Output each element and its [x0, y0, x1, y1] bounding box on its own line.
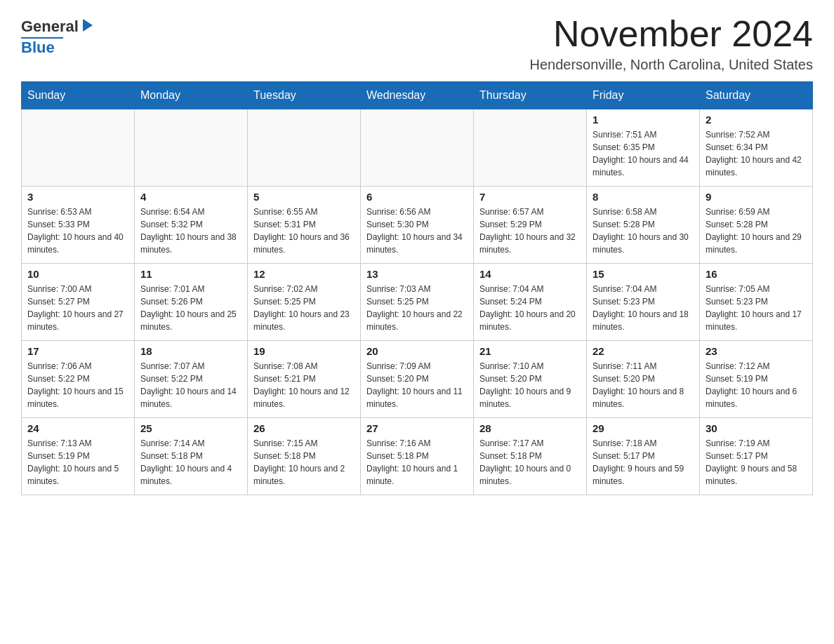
day-info: Sunrise: 7:14 AM Sunset: 5:18 PM Dayligh… [140, 437, 241, 488]
calendar-cell: 23Sunrise: 7:12 AM Sunset: 5:19 PM Dayli… [700, 341, 813, 418]
day-number: 8 [593, 191, 694, 203]
day-info: Sunrise: 7:04 AM Sunset: 5:24 PM Dayligh… [479, 283, 581, 333]
calendar-cell: 26Sunrise: 7:15 AM Sunset: 5:18 PM Dayli… [248, 418, 361, 495]
day-info: Sunrise: 7:04 AM Sunset: 5:23 PM Dayligh… [593, 283, 694, 333]
week-row-2: 3Sunrise: 6:53 AM Sunset: 5:33 PM Daylig… [22, 187, 813, 264]
day-info: Sunrise: 7:00 AM Sunset: 5:27 PM Dayligh… [27, 283, 128, 333]
calendar-cell: 20Sunrise: 7:09 AM Sunset: 5:20 PM Dayli… [361, 341, 474, 418]
day-info: Sunrise: 7:18 AM Sunset: 5:17 PM Dayligh… [593, 437, 694, 488]
day-number: 7 [479, 191, 581, 203]
day-number: 6 [366, 191, 468, 203]
logo-blue: Blue [21, 39, 55, 57]
day-info: Sunrise: 7:10 AM Sunset: 5:20 PM Dayligh… [479, 360, 581, 410]
day-info: Sunrise: 7:08 AM Sunset: 5:21 PM Dayligh… [253, 360, 355, 410]
day-info: Sunrise: 7:51 AM Sunset: 6:35 PM Dayligh… [593, 128, 694, 179]
day-info: Sunrise: 7:06 AM Sunset: 5:22 PM Dayligh… [27, 360, 128, 410]
month-title: November 2024 [529, 14, 813, 54]
calendar-cell [22, 109, 135, 187]
calendar-cell: 14Sunrise: 7:04 AM Sunset: 5:24 PM Dayli… [474, 264, 587, 341]
calendar-cell: 1Sunrise: 7:51 AM Sunset: 6:35 PM Daylig… [587, 109, 700, 187]
calendar-cell: 22Sunrise: 7:11 AM Sunset: 5:20 PM Dayli… [587, 341, 700, 418]
day-number: 14 [479, 268, 581, 280]
calendar-cell: 24Sunrise: 7:13 AM Sunset: 5:19 PM Dayli… [22, 418, 135, 495]
calendar-cell: 21Sunrise: 7:10 AM Sunset: 5:20 PM Dayli… [474, 341, 587, 418]
day-number: 19 [253, 345, 355, 357]
day-info: Sunrise: 6:59 AM Sunset: 5:28 PM Dayligh… [706, 206, 807, 256]
day-number: 3 [27, 191, 128, 203]
day-number: 29 [593, 422, 694, 434]
day-number: 5 [253, 191, 355, 203]
calendar-cell [135, 109, 248, 187]
day-number: 25 [140, 422, 241, 434]
day-info: Sunrise: 6:56 AM Sunset: 5:30 PM Dayligh… [366, 206, 468, 256]
calendar-header-tuesday: Tuesday [248, 82, 361, 109]
calendar-header-wednesday: Wednesday [361, 82, 474, 109]
day-number: 11 [140, 268, 241, 280]
logo-arrow-icon [80, 18, 95, 33]
calendar-header-row: SundayMondayTuesdayWednesdayThursdayFrid… [22, 82, 813, 109]
calendar-header-sunday: Sunday [22, 82, 135, 109]
day-number: 23 [706, 345, 807, 357]
calendar-cell: 4Sunrise: 6:54 AM Sunset: 5:32 PM Daylig… [135, 187, 248, 264]
calendar-cell [361, 109, 474, 187]
week-row-1: 1Sunrise: 7:51 AM Sunset: 6:35 PM Daylig… [22, 109, 813, 187]
calendar-cell: 15Sunrise: 7:04 AM Sunset: 5:23 PM Dayli… [587, 264, 700, 341]
calendar-header-thursday: Thursday [474, 82, 587, 109]
day-number: 28 [479, 422, 581, 434]
day-info: Sunrise: 7:09 AM Sunset: 5:20 PM Dayligh… [366, 360, 468, 410]
calendar-table: SundayMondayTuesdayWednesdayThursdayFrid… [21, 81, 813, 495]
calendar-cell: 30Sunrise: 7:19 AM Sunset: 5:17 PM Dayli… [700, 418, 813, 495]
day-number: 1 [593, 114, 694, 126]
day-number: 4 [140, 191, 241, 203]
day-number: 9 [706, 191, 807, 203]
calendar-cell: 6Sunrise: 6:56 AM Sunset: 5:30 PM Daylig… [361, 187, 474, 264]
page-header: General Blue November 2024 Hendersonvill… [21, 14, 813, 73]
week-row-4: 17Sunrise: 7:06 AM Sunset: 5:22 PM Dayli… [22, 341, 813, 418]
day-info: Sunrise: 7:52 AM Sunset: 6:34 PM Dayligh… [706, 128, 807, 179]
day-number: 15 [593, 268, 694, 280]
day-number: 10 [27, 268, 128, 280]
calendar-cell: 18Sunrise: 7:07 AM Sunset: 5:22 PM Dayli… [135, 341, 248, 418]
day-info: Sunrise: 6:58 AM Sunset: 5:28 PM Dayligh… [593, 206, 694, 256]
day-info: Sunrise: 7:03 AM Sunset: 5:25 PM Dayligh… [366, 283, 468, 333]
day-info: Sunrise: 7:05 AM Sunset: 5:23 PM Dayligh… [706, 283, 807, 333]
logo: General Blue [21, 14, 95, 57]
calendar-cell: 19Sunrise: 7:08 AM Sunset: 5:21 PM Dayli… [248, 341, 361, 418]
calendar-cell [474, 109, 587, 187]
calendar-cell: 9Sunrise: 6:59 AM Sunset: 5:28 PM Daylig… [700, 187, 813, 264]
day-number: 17 [27, 345, 128, 357]
calendar-cell: 10Sunrise: 7:00 AM Sunset: 5:27 PM Dayli… [22, 264, 135, 341]
day-info: Sunrise: 7:15 AM Sunset: 5:18 PM Dayligh… [253, 437, 355, 488]
calendar-header-friday: Friday [587, 82, 700, 109]
calendar-cell: 29Sunrise: 7:18 AM Sunset: 5:17 PM Dayli… [587, 418, 700, 495]
day-info: Sunrise: 7:17 AM Sunset: 5:18 PM Dayligh… [479, 437, 581, 488]
calendar-cell: 17Sunrise: 7:06 AM Sunset: 5:22 PM Dayli… [22, 341, 135, 418]
day-number: 22 [593, 345, 694, 357]
day-number: 30 [706, 422, 807, 434]
day-number: 21 [479, 345, 581, 357]
day-info: Sunrise: 7:12 AM Sunset: 5:19 PM Dayligh… [706, 360, 807, 410]
calendar-cell: 11Sunrise: 7:01 AM Sunset: 5:26 PM Dayli… [135, 264, 248, 341]
day-info: Sunrise: 7:13 AM Sunset: 5:19 PM Dayligh… [27, 437, 128, 488]
day-info: Sunrise: 7:01 AM Sunset: 5:26 PM Dayligh… [140, 283, 241, 333]
calendar-cell: 7Sunrise: 6:57 AM Sunset: 5:29 PM Daylig… [474, 187, 587, 264]
day-number: 24 [27, 422, 128, 434]
day-number: 26 [253, 422, 355, 434]
calendar-cell: 25Sunrise: 7:14 AM Sunset: 5:18 PM Dayli… [135, 418, 248, 495]
calendar-header-saturday: Saturday [700, 82, 813, 109]
svg-marker-0 [83, 19, 93, 32]
day-info: Sunrise: 7:19 AM Sunset: 5:17 PM Dayligh… [706, 437, 807, 488]
location: Hendersonville, North Carolina, United S… [529, 57, 813, 73]
calendar-cell: 27Sunrise: 7:16 AM Sunset: 5:18 PM Dayli… [361, 418, 474, 495]
day-info: Sunrise: 6:55 AM Sunset: 5:31 PM Dayligh… [253, 206, 355, 256]
logo-general: General [21, 18, 79, 36]
day-number: 16 [706, 268, 807, 280]
calendar-header-monday: Monday [135, 82, 248, 109]
day-info: Sunrise: 6:57 AM Sunset: 5:29 PM Dayligh… [479, 206, 581, 256]
day-number: 13 [366, 268, 468, 280]
day-info: Sunrise: 7:11 AM Sunset: 5:20 PM Dayligh… [593, 360, 694, 410]
calendar-cell: 16Sunrise: 7:05 AM Sunset: 5:23 PM Dayli… [700, 264, 813, 341]
week-row-5: 24Sunrise: 7:13 AM Sunset: 5:19 PM Dayli… [22, 418, 813, 495]
week-row-3: 10Sunrise: 7:00 AM Sunset: 5:27 PM Dayli… [22, 264, 813, 341]
calendar-cell: 8Sunrise: 6:58 AM Sunset: 5:28 PM Daylig… [587, 187, 700, 264]
